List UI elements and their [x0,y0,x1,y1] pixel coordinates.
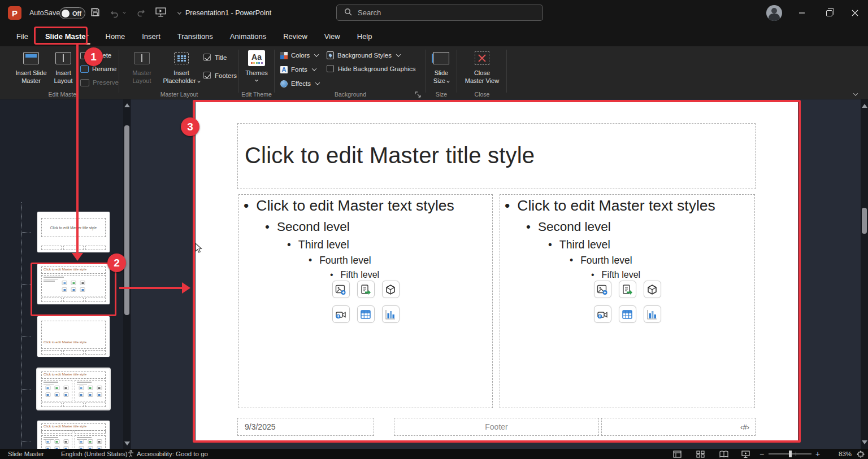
fonts-icon: A [280,66,288,73]
tab-view[interactable]: View [316,26,349,46]
group-size: SlideSize Size [427,46,455,99]
mouse-cursor [195,243,202,256]
search-input[interactable] [358,8,527,17]
background-dialog-launcher-icon[interactable] [415,90,422,97]
delete-button[interactable]: Delete [80,50,111,61]
slideshow-view-icon[interactable] [741,449,750,459]
zoom-in-icon[interactable]: + [815,449,820,459]
close-button[interactable] [842,0,868,26]
slide-number-text: ‹#› [740,423,749,431]
scroll-up-icon[interactable] [862,104,867,108]
scroll-down-icon[interactable] [862,440,867,444]
customize-qat-icon[interactable] [177,10,181,14]
themes-button[interactable]: Aa Themes [242,49,271,82]
title-placeholder[interactable]: Click to edit Master title style [237,123,756,189]
close-master-view-button[interactable]: CloseMaster View [461,49,503,85]
tab-home[interactable]: Home [97,26,134,46]
powerpoint-window: P AutoSave Off Presentation1 - PowerPoin… [0,0,868,459]
insert-smartart-icon[interactable] [357,281,375,298]
master-layout-button[interactable]: MasterLayout [125,49,158,85]
title-bar: P AutoSave Off Presentation1 - PowerPoin… [0,0,868,26]
insert-3d-model-icon[interactable] [644,281,661,298]
content-placeholder-left[interactable]: •Click to edit Master text styles •Secon… [238,194,493,408]
insert-smartart-icon[interactable] [619,281,636,298]
thumbnail-section-header-layout[interactable]: Click to edit Master title style [37,316,110,357]
insert-placeholder-icon [174,49,189,68]
thumbnail-scrollbar[interactable] [123,99,131,449]
slide-number-placeholder[interactable]: ‹#› [601,418,756,436]
date-placeholder[interactable]: 9/3/2025 [237,418,374,436]
search-bar[interactable] [336,5,543,21]
minimize-button[interactable] [789,0,815,26]
scrollbar-thumb[interactable] [862,208,867,234]
powerpoint-logo-icon[interactable]: P [8,6,21,20]
thumbnail-slide-master[interactable]: Click to edit Master title style [37,212,110,252]
rename-button[interactable]: Rename [80,63,116,75]
zoom-level[interactable]: 83% [839,449,852,459]
insert-picture-icon[interactable] [594,281,611,298]
slide-size-button[interactable]: SlideSize [429,49,454,85]
insert-chart-icon[interactable] [644,305,661,323]
redo-icon[interactable] [136,7,145,19]
tab-file[interactable]: File [8,26,37,46]
insert-table-icon[interactable] [357,305,375,323]
tab-review[interactable]: Review [275,26,316,46]
autosave-label: AutoSave [29,0,60,26]
background-styles-button[interactable]: Background Styles [327,50,400,61]
footer-placeholder[interactable]: Footer [394,418,599,436]
restore-button[interactable] [816,0,842,26]
collapse-ribbon-icon[interactable] [852,88,857,98]
normal-view-icon[interactable] [673,449,682,459]
zoom-out-icon[interactable]: − [760,449,764,459]
footers-checkbox[interactable]: Footers [203,72,237,79]
save-icon[interactable] [90,7,100,19]
insert-layout-button[interactable]: Insert Layout [50,49,77,85]
content-placeholder-right[interactable]: •Click to edit Master text styles •Secon… [500,194,755,408]
title-checkbox[interactable]: Title [203,54,227,61]
hide-background-graphics-checkbox[interactable]: Hide Background Graphics [327,65,415,72]
colors-icon [280,52,288,59]
insert-placeholder-button[interactable]: InsertPlaceholder [163,49,200,85]
preserve-button[interactable]: Preserve [80,77,119,88]
scroll-down-icon[interactable] [124,441,130,445]
thumbnail-title-and-content-layout[interactable]: Click to edit Master title style [37,264,110,304]
statusbar-language[interactable]: English (United States) [61,449,128,459]
ribbon-tab-row: File Slide Master Home Insert Transition… [0,26,868,46]
ribbon-tabs: File Slide Master Home Insert Transition… [8,26,381,46]
insert-video-icon[interactable] [594,305,611,323]
undo-icon[interactable] [110,8,125,18]
slide-sorter-view-icon[interactable] [696,449,705,459]
user-avatar[interactable] [766,5,782,21]
slide-size-icon [433,49,449,68]
themes-icon: Aa [248,49,265,68]
colors-button[interactable]: Colors [280,50,318,61]
insert-3d-model-icon[interactable] [382,281,400,298]
effects-icon [280,80,288,88]
scrollbar-thumb[interactable] [124,125,129,315]
statusbar-view-name[interactable]: Slide Master [8,449,44,459]
insert-picture-icon[interactable] [332,281,350,298]
tab-transitions[interactable]: Transitions [169,26,222,46]
fonts-button[interactable]: A Fonts [280,64,316,75]
fit-slide-to-window-icon[interactable] [857,449,865,459]
tab-insert[interactable]: Insert [133,26,169,46]
toggle-knob [62,10,70,18]
autosave-toggle[interactable]: Off [59,7,85,19]
tab-help[interactable]: Help [349,26,381,46]
main-scrollbar[interactable] [861,99,868,449]
zoom-slider[interactable] [769,453,811,454]
effects-button[interactable]: Effects [280,78,319,89]
thumbnail-two-content-layout[interactable]: Click to edit Master title style [37,369,110,409]
scroll-up-icon[interactable] [124,103,130,107]
tab-slide-master[interactable]: Slide Master [37,26,97,46]
slide-master-layout-editor[interactable]: Click to edit Master title style •Click … [196,102,798,441]
reading-view-icon[interactable] [719,449,728,459]
zoom-slider-thumb[interactable] [789,451,792,457]
insert-slide-master-button[interactable]: Insert Slide Master [14,49,49,85]
start-presentation-icon[interactable] [155,7,166,19]
insert-table-icon[interactable] [619,305,636,323]
insert-chart-icon[interactable] [382,305,400,323]
tab-animations[interactable]: Animations [222,26,275,46]
statusbar-accessibility[interactable]: Accessibility: Good to go [128,449,208,459]
insert-video-icon[interactable] [332,305,350,323]
